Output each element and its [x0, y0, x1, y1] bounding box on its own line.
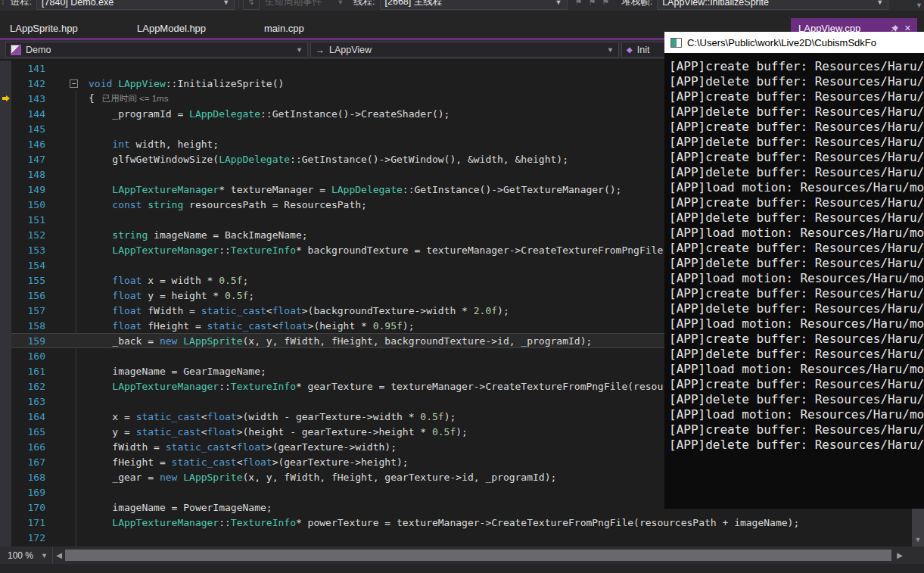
toolbar-grip-handle[interactable]: ⁞⁞	[2, 0, 3, 6]
line-number: 162	[11, 381, 45, 392]
breakpoint-gutter[interactable]	[0, 121, 11, 136]
breakpoint-gutter[interactable]	[0, 212, 11, 227]
breakpoint-gutter[interactable]	[0, 106, 11, 121]
pin-icon[interactable]	[891, 24, 899, 33]
project-icon	[11, 45, 21, 55]
line-number: 149	[11, 184, 45, 195]
flag-icon[interactable]: ⚑	[602, 0, 609, 7]
console-log-line: [APP]create buffer: Resources/Haru/	[669, 150, 924, 165]
breakpoint-gutter[interactable]	[0, 182, 11, 197]
breakpoint-gutter[interactable]	[0, 272, 11, 288]
console-log-line: [APP]delete buffer: Resources/Haru/	[669, 392, 924, 407]
class-name: LAppView	[329, 45, 372, 55]
breakpoint-gutter[interactable]	[0, 348, 11, 363]
breakpoint-gutter[interactable]	[0, 409, 11, 424]
breakpoint-gutter[interactable]	[0, 500, 11, 515]
console-window[interactable]: C:\Users\Public\work\Live2D\CubismSdkFo …	[664, 32, 924, 509]
fold-collapse-icon[interactable]: −	[45, 79, 89, 88]
thread-flag-icons[interactable]: ⚑ ⚑ ⚑	[575, 0, 610, 7]
horizontal-scrollbar-thumb[interactable]	[65, 550, 891, 561]
vertical-scrollbar[interactable]: ▼	[912, 509, 924, 547]
breakpoint-gutter[interactable]	[0, 424, 11, 439]
console-log-line: [APP]delete buffer: Resources/Haru/	[669, 256, 924, 271]
lifecycle-events-label: 生命周期事件	[265, 0, 322, 8]
console-log-line: [APP]delete buffer: Resources/Haru/	[669, 301, 924, 316]
current-statement-arrow-icon[interactable]	[0, 91, 11, 106]
breakpoint-gutter[interactable]	[0, 469, 11, 484]
code-line-171[interactable]: 171 LAppTextureManager::TextureInfo* pow…	[0, 515, 924, 530]
line-number: 169	[11, 487, 45, 498]
breakpoint-gutter[interactable]	[0, 439, 11, 454]
class-dropdown[interactable]: → LAppView ▼	[310, 42, 619, 58]
tab-label: LAppModel.hpp	[137, 23, 206, 34]
breakpoint-gutter[interactable]	[0, 136, 11, 151]
console-log-line: [APP]load motion: Resources/Haru/mo	[669, 226, 924, 241]
line-number: 171	[11, 517, 45, 528]
console-log-line: [APP]delete buffer: Resources/Haru/	[669, 104, 924, 120]
breakpoint-gutter[interactable]	[0, 484, 11, 500]
breakpoint-gutter[interactable]	[0, 530, 11, 545]
breakpoint-gutter[interactable]	[0, 257, 11, 272]
breakpoint-gutter[interactable]	[0, 288, 11, 303]
breakpoint-gutter[interactable]	[0, 515, 11, 530]
console-log-line: [APP]create buffer: Resources/Haru/	[669, 332, 924, 347]
tab-label: main.cpp	[264, 23, 304, 34]
breakpoint-gutter[interactable]	[0, 333, 11, 348]
line-number: 167	[11, 456, 45, 468]
code-line-172[interactable]: 172	[0, 530, 924, 545]
tab-main.cpp[interactable]: main.cpp	[254, 18, 381, 38]
breakpoint-gutter[interactable]	[0, 61, 11, 76]
process-dropdown[interactable]: [7840] Demo.exe ▼	[36, 0, 235, 10]
thread-dropdown[interactable]: [2668] 主线程 ▼	[380, 0, 568, 10]
scroll-right-icon[interactable]: ▶	[894, 551, 906, 559]
zoom-level-dropdown[interactable]: 100 % ▼	[0, 547, 53, 564]
console-title: C:\Users\Public\work\Live2D\CubismSdkFo	[687, 37, 876, 48]
console-log-line: [APP]create buffer: Resources/Haru/	[669, 89, 924, 104]
breakpoint-gutter[interactable]	[0, 197, 11, 212]
console-titlebar[interactable]: C:\Users\Public\work\Live2D\CubismSdkFo	[664, 32, 924, 53]
line-number: 147	[11, 154, 45, 165]
scroll-left-icon[interactable]: ◀	[53, 551, 65, 559]
tab-LAppSprite.hpp[interactable]: LAppSprite.hpp	[0, 18, 127, 38]
console-log-line: [APP]delete buffer: Resources/Haru/	[669, 74, 924, 89]
stackframe-label: 堆栈帧:	[621, 0, 652, 8]
scrollbar-corner	[906, 547, 924, 564]
breakpoint-gutter[interactable]	[0, 318, 11, 333]
breakpoint-gutter[interactable]	[0, 242, 11, 257]
project-dropdown[interactable]: Demo ▼	[5, 42, 308, 58]
toolbar-overflow-icon[interactable]: ▼	[916, 2, 922, 9]
line-number: 164	[11, 411, 45, 422]
breakpoint-gutter[interactable]	[0, 363, 11, 378]
breakpoint-gutter[interactable]	[0, 303, 11, 318]
lifecycle-events-dropdown[interactable]: 生命周期事件 ▼	[260, 0, 349, 10]
scroll-down-icon[interactable]: ▼	[915, 536, 922, 543]
flag-icon[interactable]: ⚑	[575, 0, 583, 7]
breakpoint-gutter[interactable]	[0, 151, 11, 167]
line-number: 146	[11, 139, 45, 150]
console-log-line: [APP]create buffer: Resources/Haru/	[669, 195, 924, 210]
breakpoint-gutter[interactable]	[0, 227, 11, 242]
breakpoint-gutter[interactable]	[0, 454, 11, 469]
breakpoint-gutter[interactable]	[0, 76, 11, 91]
line-number: 157	[11, 305, 45, 316]
stackframe-value: LAppView::InitializeSprite	[662, 0, 769, 8]
tab-LAppModel.hpp[interactable]: LAppModel.hpp	[127, 18, 254, 38]
console-log-line: [APP]create buffer: Resources/Haru/	[669, 377, 924, 392]
inactive-tabs: LAppSprite.hppLAppModel.hppmain.cpp	[0, 18, 381, 38]
perf-tip[interactable]: 已用时间 <= 1ms	[102, 94, 169, 103]
horizontal-scrollbar[interactable]	[65, 547, 894, 563]
breakpoint-gutter[interactable]	[0, 378, 11, 394]
stackframe-dropdown[interactable]: LAppView::InitializeSprite ▼	[657, 0, 888, 10]
breakpoint-gutter[interactable]	[0, 167, 11, 182]
chevron-down-icon: ▼	[870, 0, 883, 6]
chevron-down-icon: ▼	[296, 46, 303, 54]
console-app-icon	[670, 38, 682, 48]
console-log-line: [APP]create buffer: Resources/Haru/	[669, 422, 924, 438]
console-log-line: [APP]load motion: Resources/Haru/mo	[669, 362, 924, 377]
line-number: 142	[11, 78, 45, 89]
console-log-line: [APP]create buffer: Resources/Haru/	[669, 120, 924, 135]
chevron-down-icon: ▼	[41, 552, 48, 559]
flag-icon[interactable]: ⚑	[588, 0, 596, 7]
line-number: 155	[11, 275, 45, 286]
breakpoint-gutter[interactable]	[0, 394, 11, 409]
